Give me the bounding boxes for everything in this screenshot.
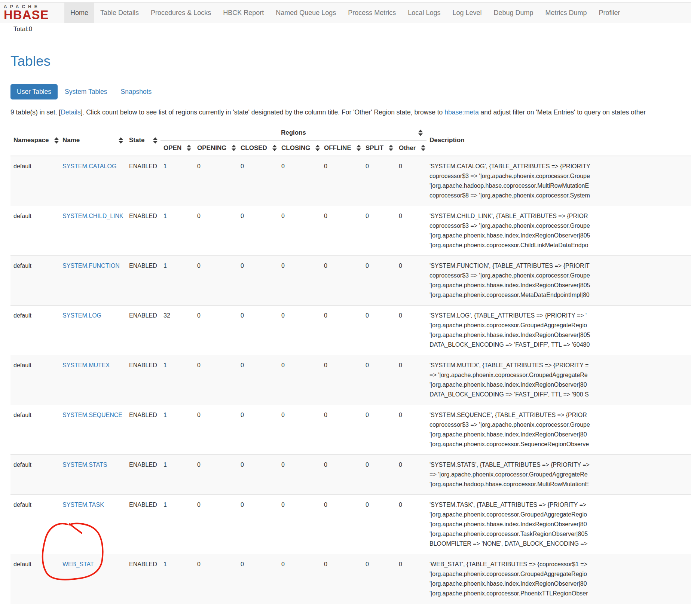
region-count-split[interactable]: 0 — [363, 255, 396, 305]
region-count-closed[interactable]: 0 — [238, 454, 278, 494]
region-count-closing[interactable]: 0 — [278, 454, 321, 494]
region-count-closing[interactable]: 0 — [278, 554, 321, 604]
region-count-opening[interactable]: 0 — [194, 255, 238, 305]
tab-user-tables[interactable]: User Tables — [10, 84, 58, 99]
region-count-closing[interactable]: 0 — [278, 405, 321, 454]
nav-item-debug-dump[interactable]: Debug Dump — [488, 3, 539, 23]
region-count-opening[interactable]: 0 — [194, 305, 238, 355]
region-count-offline[interactable]: 0 — [321, 454, 363, 494]
region-count-offline[interactable]: 0 — [321, 156, 363, 206]
nav-item-process-metrics[interactable]: Process Metrics — [342, 3, 402, 23]
region-count-opening[interactable]: 0 — [194, 206, 238, 255]
nav-item-procedures-locks[interactable]: Procedures & Locks — [145, 3, 217, 23]
region-count-open[interactable]: 1 — [160, 355, 194, 405]
sort-icon[interactable] — [315, 145, 320, 151]
table-name-link[interactable]: SYSTEM.STATS — [62, 462, 107, 468]
sort-icon[interactable] — [54, 137, 59, 144]
details-link[interactable]: Details — [61, 108, 81, 116]
region-count-closed[interactable]: 0 — [238, 305, 278, 355]
nav-item-log-level[interactable]: Log Level — [446, 3, 487, 23]
region-count-open[interactable]: 32 — [160, 305, 194, 355]
region-count-offline[interactable]: 0 — [321, 305, 363, 355]
nav-item-hbck-report[interactable]: HBCK Report — [217, 3, 270, 23]
region-count-closed[interactable]: 0 — [238, 156, 278, 206]
table-name-link[interactable]: SYSTEM.LOG — [62, 312, 101, 319]
region-count-closing[interactable]: 0 — [278, 255, 321, 305]
region-count-other[interactable]: 0 — [396, 454, 426, 494]
region-count-opening[interactable]: 0 — [194, 355, 238, 405]
nav-item-named-queue-logs[interactable]: Named Queue Logs — [270, 3, 342, 23]
nav-item-home[interactable]: Home — [64, 3, 94, 23]
table-name-link[interactable]: SYSTEM.CHILD_LINK — [62, 213, 123, 219]
nav-item-table-details[interactable]: Table Details — [94, 3, 145, 23]
sort-icon[interactable] — [187, 145, 191, 151]
region-count-closing[interactable]: 0 — [278, 206, 321, 255]
region-count-offline[interactable]: 0 — [321, 494, 363, 554]
region-count-closed[interactable]: 0 — [238, 206, 278, 255]
sort-icon[interactable] — [389, 145, 393, 151]
table-name-link[interactable]: SYSTEM.SEQUENCE — [62, 412, 122, 418]
region-count-offline[interactable]: 0 — [321, 554, 363, 604]
region-count-split[interactable]: 0 — [363, 554, 396, 604]
table-name-link[interactable]: SYSTEM.CATALOG — [62, 163, 116, 169]
region-count-closing[interactable]: 0 — [278, 355, 321, 405]
region-count-split[interactable]: 0 — [363, 454, 396, 494]
region-count-opening[interactable]: 0 — [194, 554, 238, 604]
region-count-closed[interactable]: 0 — [238, 255, 278, 305]
region-count-opening[interactable]: 0 — [194, 494, 238, 554]
region-count-split[interactable]: 0 — [363, 494, 396, 554]
region-count-open[interactable]: 1 — [160, 255, 194, 305]
sort-icon[interactable] — [357, 145, 361, 151]
region-count-offline[interactable]: 0 — [321, 255, 363, 305]
region-count-other[interactable]: 0 — [396, 494, 426, 554]
region-count-split[interactable]: 0 — [363, 355, 396, 405]
region-count-open[interactable]: 1 — [160, 156, 194, 206]
region-count-opening[interactable]: 0 — [194, 405, 238, 454]
table-name-link[interactable]: SYSTEM.FUNCTION — [62, 263, 120, 269]
region-count-other[interactable]: 0 — [396, 554, 426, 604]
region-count-closed[interactable]: 0 — [238, 554, 278, 604]
region-count-offline[interactable]: 0 — [321, 355, 363, 405]
region-count-other[interactable]: 0 — [396, 156, 426, 206]
table-name-link[interactable]: SYSTEM.MUTEX — [62, 362, 110, 368]
region-count-offline[interactable]: 0 — [321, 206, 363, 255]
sort-icon[interactable] — [418, 129, 423, 136]
region-count-other[interactable]: 0 — [396, 355, 426, 405]
sort-icon[interactable] — [119, 137, 123, 144]
sort-icon[interactable] — [421, 145, 425, 151]
region-count-closing[interactable]: 0 — [278, 156, 321, 206]
hbase-logo[interactable]: APACHE HBASE — [0, 3, 64, 23]
region-count-closing[interactable]: 0 — [278, 305, 321, 355]
region-count-other[interactable]: 0 — [396, 305, 426, 355]
region-count-open[interactable]: 1 — [160, 206, 194, 255]
hbase-meta-link[interactable]: hbase:meta — [444, 108, 478, 116]
sort-icon[interactable] — [272, 145, 277, 151]
sort-icon[interactable] — [232, 145, 236, 151]
tab-system-tables[interactable]: System Tables — [58, 84, 113, 99]
region-count-offline[interactable]: 0 — [321, 405, 363, 454]
region-count-closed[interactable]: 0 — [238, 494, 278, 554]
nav-item-metrics-dump[interactable]: Metrics Dump — [539, 3, 593, 23]
sort-icon[interactable] — [153, 137, 158, 144]
table-name-link[interactable]: WEB_STAT — [62, 561, 94, 567]
region-count-closed[interactable]: 0 — [238, 355, 278, 405]
region-count-split[interactable]: 0 — [363, 156, 396, 206]
table-name-link[interactable]: SYSTEM.TASK — [62, 502, 104, 508]
region-count-other[interactable]: 0 — [396, 206, 426, 255]
tab-snapshots[interactable]: Snapshots — [114, 84, 158, 99]
region-count-opening[interactable]: 0 — [194, 454, 238, 494]
nav-item-local-logs[interactable]: Local Logs — [402, 3, 446, 23]
region-count-split[interactable]: 0 — [363, 206, 396, 255]
region-count-other[interactable]: 0 — [396, 405, 426, 454]
region-count-split[interactable]: 0 — [363, 405, 396, 454]
region-count-open[interactable]: 1 — [160, 405, 194, 454]
region-count-closing[interactable]: 0 — [278, 494, 321, 554]
region-count-closed[interactable]: 0 — [238, 405, 278, 454]
nav-item-profiler[interactable]: Profiler — [593, 3, 626, 23]
region-count-opening[interactable]: 0 — [194, 156, 238, 206]
region-count-open[interactable]: 1 — [160, 554, 194, 604]
region-count-other[interactable]: 0 — [396, 255, 426, 305]
region-count-open[interactable]: 1 — [160, 454, 194, 494]
region-count-split[interactable]: 0 — [363, 305, 396, 355]
region-count-open[interactable]: 1 — [160, 494, 194, 554]
